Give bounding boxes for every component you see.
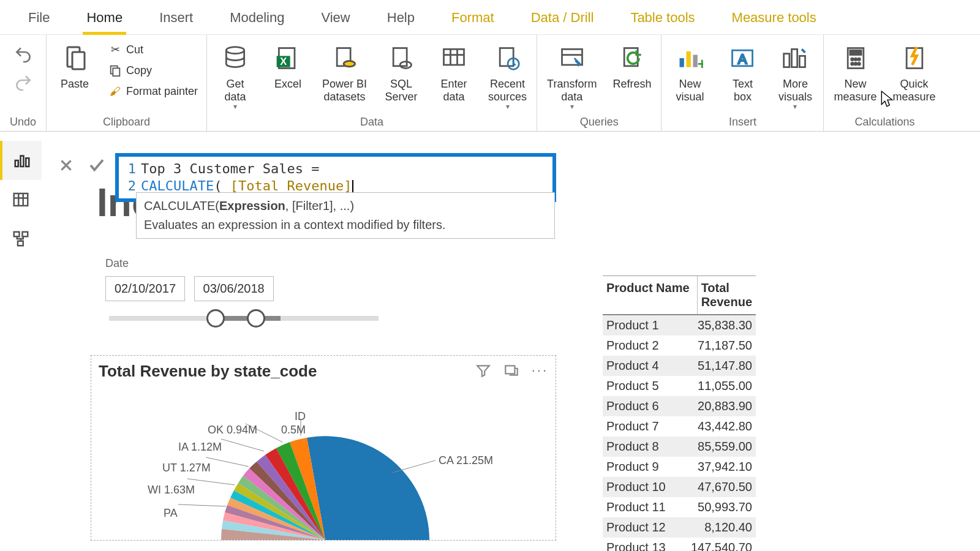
tab-insert[interactable]: Insert [156,6,197,34]
cut-button[interactable]: ✂Cut [105,41,200,58]
svg-text:+: + [698,55,703,72]
excel-icon: X [271,41,305,75]
chart-icon: + [673,41,707,75]
chevron-down-icon: ▾ [233,103,237,111]
date-slicer[interactable]: Date 02/10/2017 03/06/2018 [105,257,379,321]
table-row[interactable]: Product 511,055.00 [603,376,756,396]
table-row[interactable]: Product 620,883.90 [603,396,756,416]
tab-format[interactable]: Format [448,6,498,34]
data-view-button[interactable] [0,180,42,219]
mouse-cursor [881,91,894,110]
svg-rect-50 [505,365,514,373]
table-row[interactable]: Product 13147,540.70 [603,538,756,551]
dax-text: Top 3 Customer Sales = [141,160,319,178]
paste-button[interactable]: Paste [53,39,97,91]
pie-label-ca: CA 21.25M [439,454,493,467]
format-painter-button[interactable]: 🖌Format painter [105,83,200,100]
more-options-icon[interactable]: ··· [532,362,548,381]
slider-track[interactable] [109,316,379,321]
svg-rect-17 [500,48,513,66]
ribbon: Undo Paste ✂Cut Copy 🖌Format painter Cli… [0,35,980,132]
cell-revenue: 43,442.80 [694,416,756,437]
text-cursor [352,180,353,193]
svg-rect-40 [15,160,18,167]
pie-label-wi: WI 1.63M [148,484,195,497]
cell-revenue: 8,120.40 [698,517,756,538]
textbox-icon: A [725,41,760,75]
cell-product: Product 10 [603,477,694,497]
excel-button[interactable]: XExcel [266,39,310,91]
tab-home[interactable]: Home [83,6,126,34]
more-visuals-button[interactable]: More visuals▾ [773,39,817,111]
refresh-button[interactable]: Refresh [609,39,655,91]
dax-func: CALCULATE [141,178,214,193]
group-queries-label: Queries [543,114,655,129]
table-row[interactable]: Product 743,442.80 [603,416,756,437]
svg-rect-48 [23,232,28,237]
table-row[interactable]: Product 451,147.80 [603,356,756,376]
tab-table-tools[interactable]: Table tools [627,6,698,34]
svg-rect-29 [792,49,797,67]
text-box-button[interactable]: AText box [720,39,764,103]
tab-view[interactable]: View [317,6,353,34]
date-from-input[interactable]: 02/10/2017 [105,276,185,301]
transform-data-button[interactable]: Transform data▾ [543,39,600,111]
slider-handle-from[interactable] [206,309,225,328]
table-row[interactable]: Product 135,838.30 [603,315,756,335]
tab-modeling[interactable]: Modeling [226,6,288,34]
filter-icon[interactable] [475,362,491,381]
svg-line-55 [206,457,249,467]
formula-cancel-button[interactable] [54,153,78,178]
tab-file[interactable]: File [24,6,53,34]
date-to-input[interactable]: 03/06/2018 [194,276,274,301]
get-data-button[interactable]: Get data▾ [213,39,257,111]
table-row[interactable]: Product 937,942.10 [603,457,756,477]
model-view-button[interactable] [0,219,42,258]
enter-data-button[interactable]: Enter data [432,39,476,103]
formula-commit-button[interactable] [85,153,109,178]
svg-rect-30 [800,56,805,67]
cell-product: Product 2 [603,335,694,356]
tab-measure-tools[interactable]: Measure tools [728,6,820,34]
new-visual-button[interactable]: +New visual [668,39,712,103]
report-view-button[interactable] [0,141,42,180]
tab-data-drill[interactable]: Data / Drill [527,6,598,34]
undo-icon[interactable] [13,45,33,67]
svg-rect-23 [687,51,691,67]
table-visual[interactable]: Product Name Total Revenue Product 135,8… [603,276,756,551]
slider-handle-to[interactable] [247,309,265,328]
pie-visual[interactable]: Total Revenue by state_code ··· [91,355,556,541]
table-row[interactable]: Product 271,187.50 [603,335,756,356]
tab-help[interactable]: Help [383,6,418,34]
col-product[interactable]: Product Name [603,276,698,314]
col-revenue[interactable]: Total Revenue [698,276,756,314]
copy-button[interactable]: Copy [105,62,200,79]
svg-rect-22 [680,58,684,67]
cell-revenue: 51,147.80 [694,356,756,376]
svg-rect-42 [26,158,29,167]
sql-server-button[interactable]: SQL Server [379,39,423,103]
cell-product: Product 11 [603,497,694,517]
svg-rect-47 [14,232,20,237]
pie-label-ok: OK 0.94M [208,424,257,437]
cell-revenue: 47,670.50 [694,477,756,497]
pbi-datasets-button[interactable]: Power BI datasets [318,39,371,103]
calculator-icon [839,41,873,75]
redo-icon[interactable] [13,73,33,95]
recent-sources-button[interactable]: Recent sources▾ [484,39,530,111]
brush-icon: 🖌 [108,84,123,99]
focus-mode-icon[interactable] [503,362,519,381]
table-row[interactable]: Product 1150,993.70 [603,497,756,517]
quick-measure-button[interactable]: Quick measure [889,39,940,103]
ribbon-tabs: File Home Insert Modeling View Help Form… [0,0,980,35]
dax-editor[interactable]: 1 Top 3 Customer Sales = 2 CALCULATE( [T… [115,153,556,202]
table-row[interactable]: Product 1047,670.50 [603,477,756,497]
pie-label-pa: PA [164,507,178,520]
new-measure-button[interactable]: New measure [830,39,880,103]
view-switcher [0,141,42,258]
group-clipboard-label: Clipboard [53,114,200,129]
chevron-down-icon: ▾ [793,103,797,111]
table-row[interactable]: Product 128,120.40 [603,517,756,538]
table-row[interactable]: Product 885,559.00 [603,437,756,457]
pie-label-ut: UT 1.27M [162,462,211,474]
